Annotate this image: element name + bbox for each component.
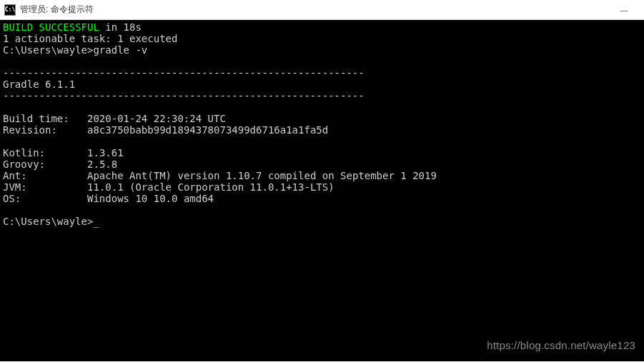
prompt-path: C:\Users\wayle> — [3, 44, 93, 56]
jvm-value: 11.0.1 (Oracle Corporation 11.0.1+13-LTS… — [87, 181, 335, 193]
os-label: OS: — [3, 193, 21, 204]
task-summary: 1 actionable task: 1 executed — [3, 33, 177, 44]
cursor: _ — [93, 216, 99, 227]
prompt-command: gradle -v — [93, 44, 147, 56]
terminal-output[interactable]: BUILD SUCCESSFUL in 18s 1 actionable tas… — [0, 20, 644, 361]
build-duration: in 18s — [99, 21, 142, 33]
revision-label: Revision: — [3, 124, 57, 136]
jvm-label: JVM: — [3, 181, 27, 193]
prompt-path: C:\Users\wayle> — [3, 216, 93, 227]
os-value: Windows 10 10.0 amd64 — [87, 193, 214, 204]
build-time-value: 2020-01-24 22:30:24 UTC — [87, 113, 226, 124]
gradle-version: Gradle 6.1.1 — [3, 79, 75, 90]
cmd-icon: C:\ — [4, 4, 16, 16]
groovy-label: Groovy: — [3, 159, 45, 170]
groovy-value: 2.5.8 — [87, 159, 117, 170]
cmd-icon-text: C:\ — [5, 6, 15, 13]
window-controls: — — [614, 3, 640, 17]
ant-label: Ant: — [3, 170, 27, 181]
window-title: 管理员: 命令提示符 — [20, 4, 614, 16]
window-titlebar: C:\ 管理员: 命令提示符 — — [0, 0, 644, 20]
separator-line: ----------------------------------------… — [3, 67, 365, 79]
build-status: BUILD SUCCESSFUL — [3, 21, 99, 33]
revision-value: a8c3750babb99d1894378073499d6716a1a1fa5d — [87, 124, 328, 136]
kotlin-value: 1.3.61 — [87, 147, 124, 159]
watermark-text: https://blog.csdn.net/wayle123 — [487, 340, 635, 351]
separator-line: ----------------------------------------… — [3, 90, 365, 101]
build-time-label: Build time: — [3, 113, 69, 124]
minimize-button[interactable]: — — [614, 3, 634, 17]
ant-value: Apache Ant(TM) version 1.10.7 compiled o… — [87, 170, 437, 181]
kotlin-label: Kotlin: — [3, 147, 45, 159]
